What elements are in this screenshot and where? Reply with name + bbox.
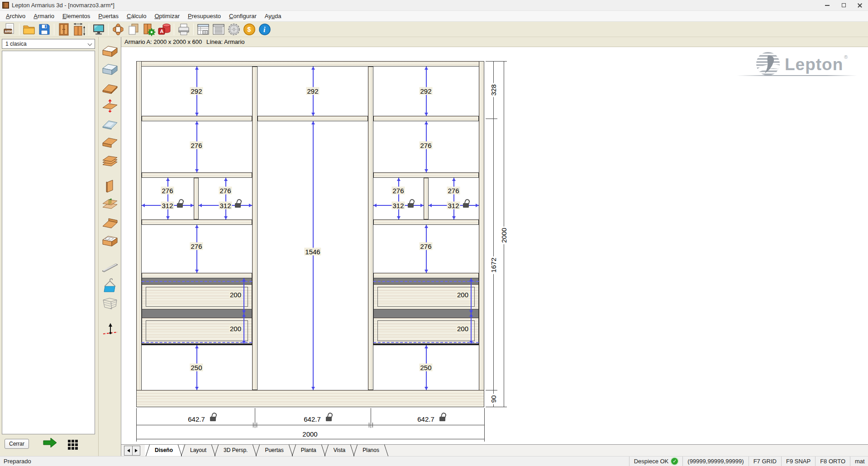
- status-f8-orto[interactable]: F8 ORTO: [815, 456, 850, 466]
- wood-drawer-button[interactable]: [100, 43, 120, 61]
- dim-line-horizontal: [136, 425, 484, 425]
- exploded-view-button[interactable]: [111, 23, 125, 36]
- lock-icon[interactable]: [235, 203, 241, 208]
- budget-table-icon: [196, 23, 210, 36]
- status-f7-grid[interactable]: F7 GRID: [749, 456, 781, 466]
- sub-divider-left: [194, 178, 199, 219]
- menu-archivo[interactable]: Archivo: [2, 11, 29, 22]
- wire-basket-button[interactable]: [100, 294, 120, 312]
- design-canvas[interactable]: 292 292 292 276 276 276 276 276 276 312 …: [121, 47, 868, 444]
- app-icon: [2, 2, 9, 9]
- menu-puertas[interactable]: Puertas: [94, 11, 123, 22]
- lock-icon[interactable]: [439, 417, 445, 421]
- database-button[interactable]: A: [157, 23, 172, 36]
- tab-puertas[interactable]: Puertas: [255, 445, 293, 456]
- dim-line-vertical: [493, 61, 494, 407]
- apply-arrow-button[interactable]: [42, 438, 58, 452]
- maximize-button[interactable]: [835, 0, 852, 11]
- dim-label: 312: [391, 202, 405, 209]
- folded-clothes-drawer-button[interactable]: [100, 232, 120, 250]
- maximize-icon: [842, 3, 846, 7]
- shelf-button[interactable]: [100, 79, 120, 97]
- menu-ayuda[interactable]: Ayuda: [261, 11, 286, 22]
- metal-drawer-button[interactable]: [100, 61, 120, 79]
- open-button[interactable]: [22, 23, 36, 36]
- chevron-down-icon: [88, 42, 92, 46]
- lock-icon[interactable]: [177, 203, 183, 208]
- tab-scroll-left-button[interactable]: [124, 446, 132, 455]
- status-coordinates: (99999,99999,99999): [682, 456, 748, 466]
- tab-scroll-right-button[interactable]: [132, 446, 140, 455]
- tab-vista[interactable]: Vista: [324, 445, 355, 456]
- parts-list-button[interactable]: [211, 23, 226, 36]
- style-selector[interactable]: 1 clasica: [2, 39, 95, 49]
- tab-layout[interactable]: Layout: [180, 445, 216, 456]
- print-button[interactable]: [176, 23, 191, 36]
- cutting-button[interactable]: [227, 23, 241, 36]
- tab-3d-persp[interactable]: 3D Persp.: [214, 445, 258, 456]
- lock-icon[interactable]: [408, 203, 414, 208]
- sloped-shelf-button[interactable]: [100, 214, 120, 232]
- tab-diseno[interactable]: Diseño: [145, 445, 183, 456]
- dim-label: 276: [419, 142, 432, 149]
- tab-planos[interactable]: Planos: [353, 445, 389, 456]
- menu-optimizar[interactable]: Optimizar: [150, 11, 184, 22]
- shelf-with-apron-button[interactable]: [100, 133, 120, 151]
- prices-button[interactable]: $: [242, 23, 257, 36]
- dim-tick: [369, 423, 369, 428]
- wardrobe-right-side: [479, 61, 484, 407]
- dim-label: 276: [190, 243, 203, 250]
- cerrar-button[interactable]: Cerrar: [5, 439, 29, 449]
- wardrobe-button[interactable]: [57, 23, 71, 36]
- toolbar-separator: [174, 24, 174, 35]
- menu-presupuesto[interactable]: Presupuesto: [184, 11, 225, 22]
- dim-arrow: [167, 178, 168, 219]
- shelf: [373, 116, 479, 121]
- menu-configurar[interactable]: Configurar: [225, 11, 261, 22]
- monitor-icon: [92, 23, 105, 36]
- lepton-logo-registered: ®: [844, 54, 848, 60]
- shelf-stack-button[interactable]: [100, 151, 120, 169]
- close-button[interactable]: [852, 0, 868, 11]
- lock-icon[interactable]: [463, 203, 469, 208]
- dim-tick: [372, 423, 373, 428]
- title-bar: Lepton Armarius 3d - [novmarzo3.arm*]: [0, 0, 868, 11]
- preview-button[interactable]: [91, 23, 106, 36]
- new-arm-file-button[interactable]: ARM: [2, 23, 17, 36]
- dim-label: 292: [306, 87, 319, 95]
- hanger-button[interactable]: [100, 276, 120, 294]
- tab-planta[interactable]: Planta: [291, 445, 326, 456]
- wardrobe-dimensions-button[interactable]: [72, 23, 86, 36]
- dim-label: 250: [190, 364, 203, 371]
- vertical-divider-button[interactable]: [100, 195, 120, 214]
- position-axis-button[interactable]: [100, 320, 120, 338]
- grid-view-button[interactable]: [68, 440, 71, 442]
- menu-armario[interactable]: Armario: [29, 11, 58, 22]
- extension-line: [486, 390, 497, 390]
- glass-shelf-button[interactable]: [100, 115, 120, 133]
- lock-icon[interactable]: [210, 417, 216, 421]
- minimize-button[interactable]: [819, 0, 835, 11]
- dim-arrow: [453, 178, 454, 219]
- status-f9-snap[interactable]: F9 SNAP: [781, 456, 815, 466]
- info-button[interactable]: i: [258, 23, 272, 36]
- wire-basket-icon: [101, 296, 119, 310]
- menu-elementos[interactable]: Elementos: [58, 11, 94, 22]
- svg-text:ARM: ARM: [5, 30, 12, 33]
- hanging-bar-icon: [101, 260, 119, 274]
- style-listbox[interactable]: [2, 51, 95, 434]
- sloped-shelf-icon: [101, 215, 119, 230]
- save-button[interactable]: [37, 23, 52, 36]
- folded-clothes-drawer-icon: [101, 233, 119, 248]
- lock-icon[interactable]: [326, 417, 332, 421]
- wardrobe-settings-button[interactable]: [142, 23, 156, 36]
- menu-calculo[interactable]: Cálculo: [123, 11, 150, 22]
- hanging-bar-button[interactable]: [100, 258, 120, 276]
- toolbar-separator: [89, 24, 89, 35]
- status-despiece: Despiece OK: [629, 456, 683, 466]
- vertical-panel-button[interactable]: [100, 177, 120, 195]
- copy-button[interactable]: [126, 23, 141, 36]
- adjustable-shelf-button[interactable]: [100, 97, 120, 115]
- budget-button[interactable]: [196, 23, 210, 36]
- dim-tick: [253, 423, 253, 428]
